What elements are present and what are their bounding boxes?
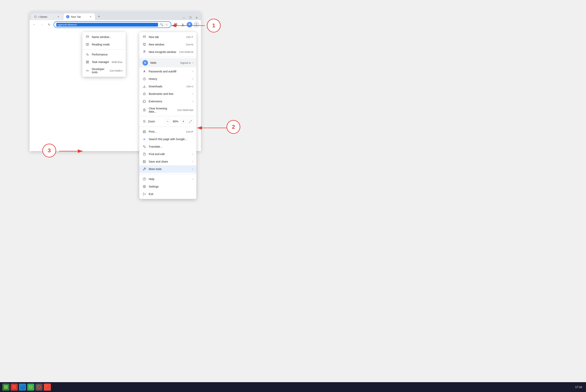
passwords-arrow-icon: › [192, 70, 193, 73]
help-arrow-icon: › [192, 178, 193, 180]
find-edit-arrow-icon: › [192, 153, 193, 156]
svg-rect-17 [144, 132, 145, 133]
svg-point-8 [144, 71, 145, 72]
profile-status: Signed in [180, 62, 191, 64]
menu-item-extensions[interactable]: Extensions › [139, 98, 196, 105]
help-icon [142, 177, 146, 181]
tab-close-1[interactable]: ✕ [56, 15, 60, 18]
main-dropdown-menu: New tab Ctrl+T New window Ctrl+N New Inc… [139, 32, 196, 199]
zoom-minus-button[interactable]: − [165, 119, 170, 124]
new-window-label: New window [149, 43, 184, 46]
menu-item-new-window[interactable]: New window Ctrl+N [139, 41, 196, 48]
divider-4 [139, 174, 196, 174]
url-text: ngersoll+Wrench [56, 23, 158, 26]
sub-menu-item-reading-mode[interactable]: Reading mode [82, 41, 126, 48]
menu-item-settings[interactable]: Settings [139, 183, 196, 190]
reading-mode-icon [86, 42, 89, 46]
zoom-plus-button[interactable]: + [181, 119, 186, 124]
annotation-3: 3 [42, 144, 56, 158]
divider-2 [139, 116, 196, 116]
find-edit-label: Find and edit [149, 152, 190, 156]
performance-label: Performance [92, 53, 123, 56]
back-button[interactable]: ← [31, 22, 38, 28]
name-window-label: Name window... [92, 36, 123, 38]
history-icon [142, 77, 146, 81]
passwords-icon [142, 70, 146, 74]
taskbar-icon-2[interactable]: 🟥 [11, 384, 18, 390]
svg-rect-25 [88, 62, 89, 63]
menu-item-exit[interactable]: Exit [139, 190, 196, 198]
downloads-label: Downloads [149, 85, 184, 88]
menu-item-clear-data[interactable]: Clear browsing data... Ctrl+Shift+Del [139, 105, 196, 115]
incognito-label: New Incognito window [149, 50, 177, 54]
downloads-icon [142, 84, 146, 88]
menu-item-new-tab[interactable]: New tab Ctrl+T [139, 33, 196, 41]
sub-menu-item-task-manager[interactable]: Task manager Shift+Esc [82, 58, 126, 66]
reload-button[interactable]: ↻ [46, 22, 52, 28]
incognito-icon [142, 50, 146, 54]
taskbar-icon-4[interactable]: 🟩 [27, 384, 34, 390]
task-manager-label: Task manager [92, 60, 109, 64]
divider-1 [139, 57, 196, 57]
print-icon [142, 130, 146, 134]
svg-point-6 [144, 51, 145, 52]
taskbar-icon-1[interactable]: 🟩 [2, 384, 10, 390]
extensions-menu-icon [142, 100, 146, 103]
new-tab-button[interactable]: + [96, 14, 102, 20]
menu-item-passwords[interactable]: Passwords and autofill › [139, 68, 196, 75]
help-label: Help [149, 178, 190, 181]
menu-item-print[interactable]: Print... Ctrl+P [139, 128, 196, 136]
address-bar[interactable]: ngersoll+Wrench 🔍 ☆ [54, 21, 171, 28]
new-window-icon [142, 42, 146, 46]
tab-new-tab[interactable]: ● New Tab ✕ [63, 14, 95, 20]
taskbar-icon-5[interactable]: ⭕ [36, 384, 43, 390]
profile-name: Niels [150, 61, 180, 64]
menu-item-bookmarks[interactable]: Bookmarks and lists › [139, 90, 196, 98]
forward-button[interactable]: → [39, 22, 45, 28]
clear-data-label: Clear browsing data... [149, 107, 175, 113]
exit-icon [142, 192, 146, 196]
sub-menu-item-name-window[interactable]: Name window... [82, 33, 126, 41]
menu-item-search-google[interactable]: G Search this page with Google... [139, 136, 196, 143]
more-tools-label: More tools [149, 168, 190, 170]
bookmarks-arrow-icon: › [192, 92, 193, 95]
tab-favicon-2: ● [66, 15, 69, 18]
menu-item-find-edit[interactable]: Find and edit › [139, 150, 196, 158]
menu-item-history[interactable]: History › [139, 75, 196, 83]
new-tab-shortcut: Ctrl+T [186, 36, 193, 38]
bookmarks-label: Bookmarks and lists [149, 92, 190, 96]
settings-icon [142, 184, 146, 188]
menu-item-translate[interactable]: Translate... [139, 143, 196, 150]
svg-rect-4 [143, 36, 146, 38]
svg-line-12 [145, 122, 146, 122]
arrow-1 [165, 18, 209, 34]
menu-item-save-share[interactable]: Save and share › [139, 158, 196, 165]
profile-arrow-icon: › [192, 62, 193, 64]
save-share-label: Save and share [149, 160, 190, 163]
clear-data-icon [142, 108, 146, 112]
taskbar-icon-3[interactable]: 🟦 [19, 384, 26, 390]
zoom-row: Zoom − 90% + [139, 118, 196, 125]
menu-item-downloads[interactable]: Downloads Ctrl+J [139, 83, 196, 90]
performance-icon [86, 52, 89, 56]
history-label: History [149, 77, 190, 80]
profile-avatar: N [142, 60, 148, 66]
svg-line-16 [189, 122, 190, 122]
save-share-icon [142, 160, 146, 164]
tab-t-series[interactable]: t Series ✕ [31, 14, 63, 20]
sub-menu-item-performance[interactable]: Performance [82, 51, 126, 58]
task-manager-icon [86, 60, 89, 64]
menu-item-incognito[interactable]: New Incognito window Ctrl+Shift+N [139, 48, 196, 56]
taskbar-icon-6[interactable]: 🔴 [44, 384, 51, 390]
svg-rect-26 [86, 62, 87, 63]
menu-item-more-tools[interactable]: More tools › [139, 165, 196, 173]
profile-row[interactable]: N Niels Signed in › [139, 58, 196, 67]
search-icon[interactable]: 🔍 [160, 23, 163, 26]
translate-label: Translate... [149, 145, 193, 148]
menu-item-help[interactable]: Help › [139, 175, 196, 183]
new-tab-icon [142, 35, 146, 39]
sub-menu-item-developer-tools[interactable]: </> Developer tools Ctrl+Shift+I [82, 66, 126, 76]
translate-icon [142, 145, 146, 148]
svg-rect-24 [88, 61, 89, 62]
tab-close-2[interactable]: ✕ [89, 15, 92, 18]
